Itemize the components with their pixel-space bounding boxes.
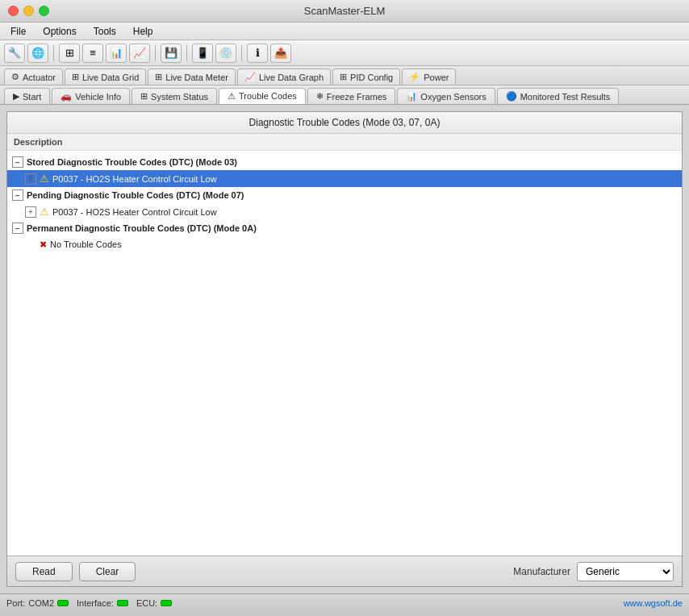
main-content: Diagnostic Trouble Codes (Mode 03, 07, 0… <box>0 105 689 593</box>
toolbar-btn-globe[interactable]: 🌐 <box>27 44 48 63</box>
tab-freeze-frames-label: Freeze Frames <box>327 92 387 102</box>
menu-file[interactable]: File <box>4 24 32 39</box>
interface-led <box>117 600 128 606</box>
port-led <box>57 600 69 606</box>
toolbar-btn-disk[interactable]: 💿 <box>215 44 236 63</box>
tab-trouble-codes-label: Trouble Codes <box>239 91 297 101</box>
tab-oxygen-sensors[interactable]: 📊 Oxygen Sensors <box>397 88 495 104</box>
traffic-lights <box>8 6 49 16</box>
system-status-icon: ⊞ <box>140 91 148 102</box>
stored-dtc-row[interactable]: − Stored Diagnostic Trouble Codes (DTC) … <box>7 154 682 170</box>
content-panel: Diagnostic Trouble Codes (Mode 03, 07, 0… <box>6 111 683 587</box>
toolbar: 🔧 🌐 ⊞ ≡ 📊 📈 💾 📱 💿 ℹ 📤 <box>0 40 689 66</box>
clear-button[interactable]: Clear <box>79 562 136 581</box>
trouble-codes-icon: ⚠ <box>228 91 236 102</box>
menu-bar: File Options Tools Help <box>0 23 689 40</box>
tab-actuator-label: Actuator <box>23 73 56 82</box>
monitored-results-icon: 🔵 <box>506 91 517 102</box>
tab-pid-config[interactable]: ⊞ PID Config <box>332 69 400 85</box>
tab-power[interactable]: ⚡ Power <box>402 69 456 85</box>
toolbar-btn-list[interactable]: ≡ <box>82 44 103 63</box>
stored-p0037-expand[interactable]: # <box>25 173 36 185</box>
toolbar-sep-1 <box>53 45 54 61</box>
tab-trouble-codes[interactable]: ⚠ Trouble Codes <box>219 88 306 104</box>
tab-pid-config-label: PID Config <box>350 73 393 82</box>
interface-label: Interface: <box>77 598 114 608</box>
oxygen-sensors-icon: 📊 <box>406 91 417 102</box>
top-tab-bar: ⚙ Actuator ⊞ Live Data Grid ⊞ Live Data … <box>0 66 689 85</box>
toolbar-btn-chart[interactable]: 📊 <box>106 44 127 63</box>
tab-freeze-frames[interactable]: ❄ Freeze Frames <box>307 88 396 104</box>
toolbar-btn-info[interactable]: ℹ <box>247 44 268 63</box>
panel-title: Diagnostic Trouble Codes (Mode 03, 07, 0… <box>7 112 682 134</box>
live-data-meter-icon: ⊞ <box>155 72 162 82</box>
menu-options[interactable]: Options <box>36 24 82 39</box>
tab-live-data-meter[interactable]: ⊞ Live Data Meter <box>148 69 236 85</box>
minimize-button[interactable] <box>23 6 34 16</box>
vehicle-info-icon: 🚗 <box>61 91 72 102</box>
live-data-grid-icon: ⊞ <box>72 72 79 82</box>
title-bar: ScanMaster-ELM <box>0 0 689 23</box>
pending-p0037-row[interactable]: + ⚠ P0037 - HO2S Heater Control Circuit … <box>7 203 682 220</box>
port-status: Port: COM2 <box>6 598 69 608</box>
pid-config-icon: ⊞ <box>340 72 347 82</box>
interface-status: Interface: <box>77 598 128 608</box>
port-label: Port: <box>6 598 25 608</box>
stored-dtc-expand[interactable]: − <box>12 156 23 168</box>
tab-start[interactable]: ▶ Start <box>4 88 50 104</box>
toolbar-btn-phone[interactable]: 📱 <box>192 44 213 63</box>
live-data-graph-icon: 📈 <box>244 72 256 82</box>
tab-live-data-grid[interactable]: ⊞ Live Data Grid <box>65 69 146 85</box>
stored-p0037-row[interactable]: # ⚠ P0037 - HO2S Heater Control Circuit … <box>7 170 682 187</box>
read-button[interactable]: Read <box>15 562 73 581</box>
toolbar-btn-save[interactable]: 💾 <box>161 44 182 63</box>
permanent-dtc-row[interactable]: − Permanent Diagnostic Trouble Codes (DT… <box>7 220 682 236</box>
no-trouble-icon: ✖ <box>40 239 47 250</box>
stored-p0037-warning-icon: ⚠ <box>40 173 49 185</box>
pending-p0037-expand[interactable]: + <box>25 206 36 218</box>
pending-p0037-label: P0037 - HO2S Heater Control Circuit Low <box>52 207 217 217</box>
maximize-button[interactable] <box>39 6 49 16</box>
tab-actuator[interactable]: ⚙ Actuator <box>4 69 63 85</box>
pending-dtc-row[interactable]: − Pending Diagnostic Trouble Codes (DTC)… <box>7 187 682 203</box>
pending-p0037-warning-icon: ⚠ <box>40 206 49 218</box>
toolbar-btn-wrench[interactable]: 🔧 <box>4 44 25 63</box>
no-trouble-row: ✖ No Trouble Codes <box>7 236 682 252</box>
tab-power-label: Power <box>424 73 449 82</box>
permanent-dtc-expand[interactable]: − <box>12 223 23 234</box>
toolbar-btn-bars[interactable]: 📈 <box>129 44 150 63</box>
tab-live-data-meter-label: Live Data Meter <box>165 73 228 82</box>
toolbar-btn-export[interactable]: 📤 <box>270 44 291 63</box>
app-title: ScanMaster-ELM <box>304 5 385 17</box>
tab-vehicle-info[interactable]: 🚗 Vehicle Info <box>52 88 130 104</box>
no-trouble-label: No Trouble Codes <box>50 239 122 249</box>
toolbar-sep-4 <box>241 45 242 61</box>
ecu-led <box>161 600 172 606</box>
actuator-icon: ⚙ <box>11 72 19 82</box>
tab-system-status[interactable]: ⊞ System Status <box>132 88 217 104</box>
pending-dtc-expand[interactable]: − <box>12 189 23 201</box>
toolbar-btn-grid[interactable]: ⊞ <box>59 44 80 63</box>
tab-live-data-graph-label: Live Data Graph <box>259 73 324 82</box>
tree-area[interactable]: − Stored Diagnostic Trouble Codes (DTC) … <box>7 151 682 556</box>
bottom-tab-bar: ▶ Start 🚗 Vehicle Info ⊞ System Status ⚠… <box>0 85 689 105</box>
close-button[interactable] <box>8 6 19 16</box>
ecu-status: ECU: <box>136 598 172 608</box>
tab-live-data-graph[interactable]: 📈 Live Data Graph <box>237 69 331 85</box>
permanent-dtc-label: Permanent Diagnostic Trouble Codes (DTC)… <box>27 223 257 233</box>
tab-live-data-grid-label: Live Data Grid <box>82 73 139 82</box>
manufacturer-select[interactable]: Generic Ford GM Toyota Honda <box>577 562 674 581</box>
toolbar-sep-3 <box>186 45 187 61</box>
menu-tools[interactable]: Tools <box>87 24 123 39</box>
tree-header: Description <box>7 134 682 151</box>
menu-help[interactable]: Help <box>127 24 160 39</box>
website-link[interactable]: www.wgsoft.de <box>624 598 683 608</box>
start-icon: ▶ <box>13 91 19 102</box>
pending-dtc-label: Pending Diagnostic Trouble Codes (DTC) (… <box>27 190 244 200</box>
ecu-label: ECU: <box>136 598 157 608</box>
tab-system-status-label: System Status <box>151 92 208 102</box>
port-value: COM2 <box>28 598 54 608</box>
manufacturer-label: Manufacturer <box>513 566 570 577</box>
toolbar-sep-2 <box>155 45 156 61</box>
tab-monitored-test-results[interactable]: 🔵 Monitored Test Results <box>497 88 620 104</box>
